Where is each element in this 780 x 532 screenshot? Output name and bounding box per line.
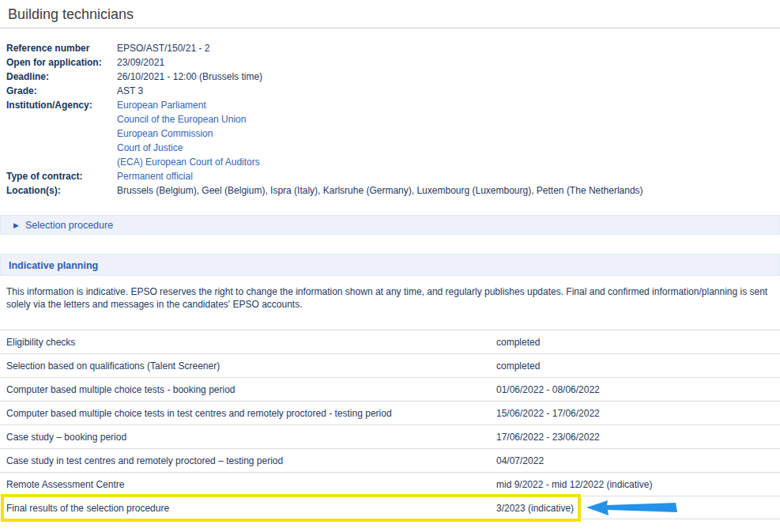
locations-value: Brussels (Belgium), Geel (Belgium), Ispr… (117, 183, 643, 198)
selection-procedure-label: Selection procedure (25, 220, 113, 231)
planning-row-label: Selection based on qualifications (Talen… (6, 360, 220, 372)
planning-row-value: 3/2023 (indicative) (496, 503, 574, 514)
planning-table: Eligibility checks completed Selection b… (0, 330, 780, 519)
selection-procedure-toggle[interactable]: ▶Selection procedure (0, 215, 780, 235)
deadline-value: 26/10/2021 - 12:00 (Brussels time) (117, 70, 262, 84)
institution-link-court-of-auditors[interactable]: (ECA) European Court of Auditors (117, 155, 260, 169)
field-row-contract-type: Type of contract: Permanent official (6, 169, 780, 183)
field-row-open-date: Open for application: 23/09/2021 (6, 55, 780, 70)
planning-row-value: 04/07/2022 (496, 455, 544, 466)
field-row-grade: Grade: AST 3 (6, 84, 780, 98)
planning-row-value: completed (496, 337, 540, 348)
planning-row-mcq-testing: Computer based multiple choice tests in … (0, 401, 780, 424)
indicative-planning-title: Indicative planning (9, 260, 98, 271)
blue-arrow-annotation-icon (586, 500, 677, 515)
field-label: Type of contract: (6, 169, 117, 183)
planning-row-case-study-booking: Case study – booking period 17/06/2022 -… (0, 424, 780, 448)
planning-row-assessment-centre: Remote Assessment Centre mid 9/2022 - mi… (0, 472, 780, 496)
planning-row-case-study-testing: Case study in test centres and remotely … (0, 448, 780, 472)
field-row-institutions: Institution/Agency: European Parliament … (6, 98, 780, 169)
planning-row-value: 17/06/2022 - 23/06/2022 (496, 432, 600, 443)
expand-arrow-icon: ▶ (13, 221, 19, 229)
planning-row-label: Eligibility checks (6, 337, 75, 348)
contract-type-link[interactable]: Permanent official (117, 169, 193, 183)
planning-row-value: 15/06/2022 - 17/06/2022 (496, 408, 600, 419)
institution-links: European Parliament Council of the Europ… (117, 98, 260, 169)
reference-number-value: EPSO/AST/150/21 - 2 (117, 41, 209, 55)
institution-link-court-of-justice[interactable]: Court of Justice (117, 141, 260, 155)
planning-row-label: Final results of the selection procedure (6, 503, 169, 514)
planning-row-label: Case study – booking period (6, 432, 126, 443)
competition-page: Building technicians Reference number EP… (0, 6, 780, 532)
grade-value: AST 3 (117, 84, 143, 98)
field-row-reference: Reference number EPSO/AST/150/21 - 2 (6, 41, 780, 55)
field-row-locations: Location(s): Brussels (Belgium), Geel (B… (6, 183, 780, 198)
planning-disclaimer: This information is indicative. EPSO res… (6, 285, 772, 311)
planning-row-value: 01/06/2022 - 08/06/2022 (496, 384, 600, 395)
planning-row-label: Computer based multiple choice tests in … (6, 408, 392, 419)
planning-row-label: Remote Assessment Centre (6, 479, 124, 490)
institution-link-european-parliament[interactable]: European Parliament (117, 98, 260, 112)
indicative-planning-header: Indicative planning (0, 254, 780, 276)
institution-link-council-eu[interactable]: Council of the European Union (117, 112, 260, 126)
page-title: Building technicians (8, 6, 780, 23)
planning-row-value: mid 9/2022 - mid 12/2022 (indicative) (496, 479, 652, 490)
institution-link-european-commission[interactable]: European Commission (117, 126, 260, 141)
field-row-deadline: Deadline: 26/10/2021 - 12:00 (Brussels t… (6, 70, 780, 84)
planning-row-final-results: Final results of the selection procedure… (0, 496, 780, 519)
field-label: Grade: (6, 84, 117, 98)
planning-row-label: Computer based multiple choice tests - b… (6, 384, 236, 395)
planning-row-value: completed (496, 360, 540, 372)
field-label: Deadline: (6, 70, 117, 84)
field-label: Reference number (6, 41, 117, 55)
title-divider (0, 28, 780, 28)
open-date-value: 23/09/2021 (117, 55, 164, 70)
field-label: Institution/Agency: (6, 98, 117, 112)
planning-row-talent-screener: Selection based on qualifications (Talen… (0, 353, 780, 377)
field-label: Location(s): (6, 183, 117, 198)
planning-row-label: Case study in test centres and remotely … (6, 455, 283, 466)
competition-details: Reference number EPSO/AST/150/21 - 2 Ope… (6, 41, 780, 198)
planning-row-eligibility: Eligibility checks completed (0, 330, 780, 353)
field-label: Open for application: (6, 55, 117, 70)
planning-row-mcq-booking: Computer based multiple choice tests - b… (0, 377, 780, 401)
